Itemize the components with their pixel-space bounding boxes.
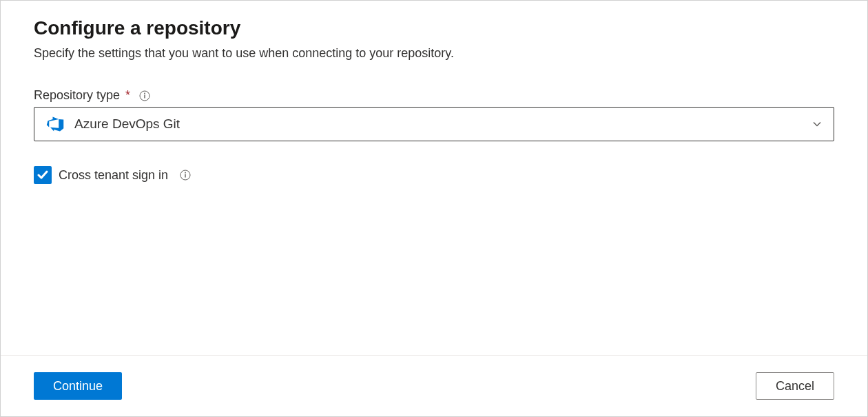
- repository-type-label: Repository type: [34, 88, 120, 103]
- repository-type-dropdown[interactable]: Azure DevOps Git: [34, 107, 834, 141]
- repository-type-value: Azure DevOps Git: [74, 116, 812, 132]
- page-title: Configure a repository: [34, 17, 834, 39]
- azure-devops-icon: [45, 114, 65, 134]
- cancel-button[interactable]: Cancel: [756, 372, 834, 400]
- page-subtitle: Specify the settings that you want to us…: [34, 46, 834, 61]
- continue-button[interactable]: Continue: [34, 372, 122, 400]
- svg-rect-2: [144, 94, 145, 98]
- svg-point-4: [185, 172, 186, 174]
- chevron-down-icon: [812, 119, 823, 130]
- cross-tenant-label[interactable]: Cross tenant sign in: [59, 168, 168, 183]
- required-asterisk: *: [125, 88, 130, 103]
- cross-tenant-checkbox[interactable]: [34, 166, 52, 184]
- dialog-footer: Continue Cancel: [1, 355, 867, 416]
- info-icon[interactable]: [179, 169, 192, 181]
- info-icon[interactable]: [138, 90, 151, 102]
- repository-type-label-row: Repository type *: [34, 88, 834, 103]
- dialog-content: Configure a repository Specify the setti…: [1, 1, 867, 184]
- cross-tenant-row: Cross tenant sign in: [34, 166, 834, 184]
- svg-rect-5: [185, 174, 185, 178]
- svg-point-1: [144, 92, 145, 94]
